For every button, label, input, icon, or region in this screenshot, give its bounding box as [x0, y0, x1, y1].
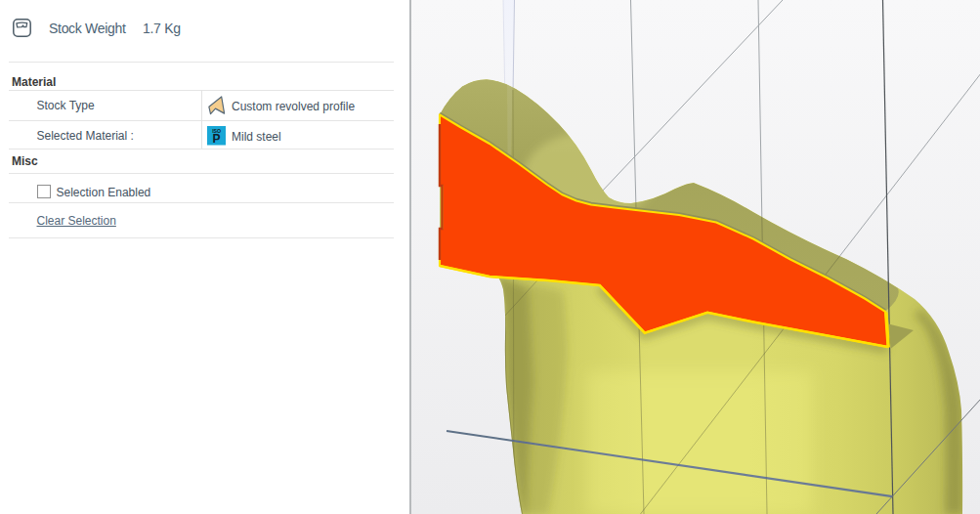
svg-text:P: P	[212, 132, 220, 146]
